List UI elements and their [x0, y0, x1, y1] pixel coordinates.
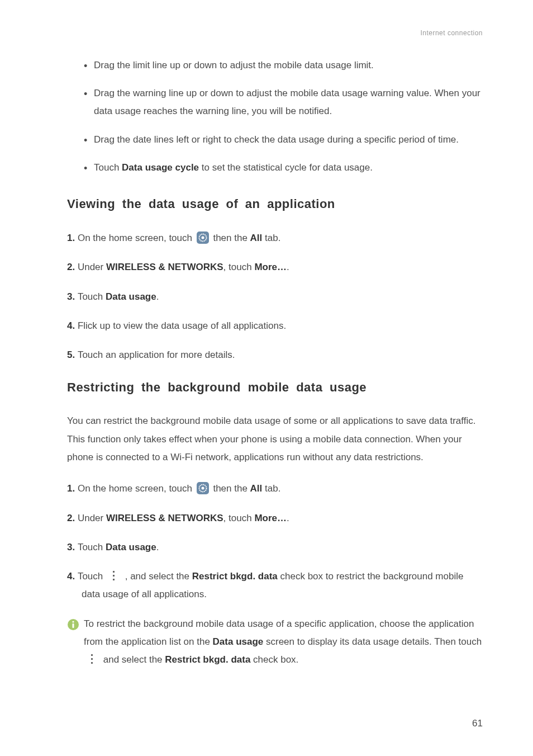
- step-item: 1. On the home screen, touch then the Al…: [67, 480, 483, 498]
- text: Touch: [94, 162, 122, 173]
- text: Touch: [78, 571, 106, 582]
- svg-rect-6: [113, 571, 115, 573]
- label-restrict-bkgd-data: Restrict bkgd. data: [192, 571, 278, 582]
- info-icon-container: [67, 615, 84, 635]
- settings-icon: [197, 231, 209, 244]
- text: , touch: [223, 513, 255, 523]
- svg-rect-12: [91, 654, 93, 656]
- svg-point-5: [201, 486, 204, 489]
- step-list-viewing: 1. On the home screen, touch then the Al…: [67, 229, 483, 364]
- svg-point-2: [201, 236, 204, 239]
- step-number: 2.: [67, 513, 78, 523]
- page-header-category: Internet connection: [67, 27, 483, 40]
- label-all-tab: All: [250, 483, 263, 494]
- step-number: 1.: [67, 483, 78, 494]
- overflow-menu-icon: [109, 570, 119, 582]
- bullet-item: Drag the limit line up or down to adjust…: [84, 56, 483, 74]
- overflow-menu-icon: [87, 653, 97, 665]
- label-wireless-networks: WIRELESS & NETWORKS: [106, 513, 223, 523]
- text: .: [287, 262, 289, 272]
- intro-paragraph: You can restrict the background mobile d…: [67, 412, 483, 466]
- text: tab.: [262, 483, 280, 494]
- label-data-usage: Data usage: [213, 636, 264, 647]
- step-number: 3.: [67, 291, 78, 302]
- info-note-text: To restrict the background mobile data u…: [84, 615, 483, 673]
- bullet-item: Drag the date lines left or right to che…: [84, 131, 483, 149]
- text: Touch an application for more details.: [78, 349, 235, 360]
- step-item: 2. Under WIRELESS & NETWORKS, touch More…: [67, 258, 483, 276]
- svg-rect-14: [91, 662, 93, 664]
- heading-restricting-data-usage: Restricting the background mobile data u…: [67, 376, 483, 399]
- svg-rect-8: [113, 579, 115, 580]
- label-more: More…: [254, 262, 287, 272]
- svg-point-10: [72, 621, 74, 623]
- label-data-usage: Data usage: [106, 542, 156, 552]
- label-restrict-bkgd-data: Restrict bkgd. data: [165, 654, 250, 665]
- step-item: 1. On the home screen, touch then the Al…: [67, 229, 483, 247]
- text: Under: [78, 262, 106, 272]
- heading-viewing-data-usage: Viewing the data usage of an application: [67, 192, 483, 216]
- text: Touch: [78, 542, 106, 552]
- step-number: 5.: [67, 349, 78, 360]
- text: Touch: [78, 291, 106, 302]
- text: check box.: [250, 654, 298, 665]
- info-note: To restrict the background mobile data u…: [67, 615, 483, 673]
- step-item: 4. Touch , and select the Restrict bkgd.…: [67, 568, 483, 604]
- info-icon: [67, 618, 79, 631]
- text: .: [287, 513, 289, 523]
- svg-rect-11: [73, 623, 74, 628]
- text: On the home screen, touch: [78, 233, 195, 243]
- text: to set the statistical cycle for data us…: [199, 162, 373, 173]
- bullet-list: Drag the limit line up or down to adjust…: [67, 56, 483, 177]
- label-data-usage-cycle: Data usage cycle: [122, 162, 199, 173]
- step-item: 3. Touch Data usage.: [67, 538, 483, 556]
- step-list-restrict: 1. On the home screen, touch then the Al…: [67, 480, 483, 603]
- step-number: 3.: [67, 542, 78, 552]
- text: screen to display its data usage details…: [263, 636, 482, 647]
- step-number: 1.: [67, 233, 78, 243]
- text: Under: [78, 513, 106, 523]
- step-item: 2. Under WIRELESS & NETWORKS, touch More…: [67, 509, 483, 527]
- text: tab.: [262, 233, 280, 243]
- step-number: 4.: [67, 320, 78, 331]
- step-number: 2.: [67, 262, 78, 272]
- settings-icon: [197, 482, 209, 494]
- text: then the: [211, 233, 250, 243]
- svg-rect-13: [91, 658, 93, 660]
- text: On the home screen, touch: [78, 483, 195, 494]
- label-data-usage: Data usage: [106, 291, 156, 302]
- page-number: 61: [472, 715, 483, 733]
- label-all-tab: All: [250, 233, 263, 243]
- step-item: 4. Flick up to view the data usage of al…: [67, 317, 483, 335]
- step-number: 4.: [67, 571, 78, 582]
- text: , touch: [223, 262, 255, 272]
- label-wireless-networks: WIRELESS & NETWORKS: [106, 262, 223, 272]
- step-item: 5. Touch an application for more details…: [67, 346, 483, 364]
- text: .: [156, 291, 159, 302]
- label-more: More…: [254, 513, 287, 523]
- text: and select the: [101, 654, 165, 665]
- text: .: [156, 542, 159, 552]
- text: then the: [211, 483, 250, 494]
- text: , and select the: [122, 571, 192, 582]
- step-item: 3. Touch Data usage.: [67, 288, 483, 306]
- bullet-item: Touch Data usage cycle to set the statis…: [84, 159, 483, 177]
- svg-rect-7: [113, 575, 115, 577]
- text: Flick up to view the data usage of all a…: [78, 320, 286, 331]
- bullet-item: Drag the warning line up or down to adju…: [84, 84, 483, 121]
